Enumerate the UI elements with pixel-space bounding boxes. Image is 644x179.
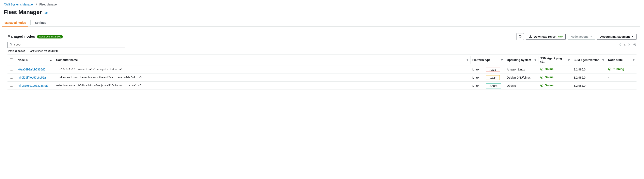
agent-version: 3.2.985.0 <box>572 65 606 73</box>
col-version-label: SSM Agent version <box>574 58 600 62</box>
col-node-id-label: Node ID <box>18 58 28 62</box>
breadcrumb-service-link[interactable]: AWS Systems Manager <box>4 3 34 6</box>
search-icon <box>10 43 12 47</box>
computer-name: ip-10-0-1-17.ca-central-1.compute.intern… <box>54 65 470 73</box>
meta-line: Total: 3 nodes Last fetched at: 2:28 PM <box>8 49 636 52</box>
page-title: Fleet Manager <box>4 9 42 15</box>
ping-status-online: Online <box>540 84 554 87</box>
col-computer-name-label: Computer name <box>56 58 78 62</box>
download-report-button[interactable]: Download report New <box>526 34 566 40</box>
panel-title: Managed nodes <box>8 34 35 39</box>
computer-name: web-instance.gh54bnc14mtufmejsbve51fv1a.… <box>54 82 470 90</box>
download-icon <box>529 35 532 38</box>
node-state: - <box>608 84 609 87</box>
col-computer-name[interactable]: Computer name▽ <box>54 55 470 65</box>
svg-line-1 <box>12 45 12 46</box>
cloud-annotation-aws: AWS <box>486 67 500 72</box>
node-id-link[interactable]: i-0aa09b3afbb5336d0 <box>18 68 45 71</box>
advanced-instances-badge: Advanced instances <box>37 35 63 38</box>
filter-icon: ▽ <box>534 59 536 61</box>
operating-system: Ubuntu <box>505 82 538 90</box>
row-checkbox[interactable] <box>10 84 13 87</box>
filter-icon: ▽ <box>568 59 570 61</box>
fetched-label: Last fetched at: <box>29 49 47 52</box>
caret-down-icon: ▼ <box>632 35 634 38</box>
col-state[interactable]: Node state▽ <box>606 55 636 65</box>
filter-icon: ▽ <box>633 59 634 61</box>
node-id-link[interactable]: mi-0f29ff40b57b8c52a <box>18 76 46 79</box>
node-state-running: Running <box>608 67 624 71</box>
operating-system: Debian GNU/Linux <box>505 73 538 82</box>
tab-bar: Managed nodes Settings <box>4 19 640 26</box>
filter-icon: ▽ <box>467 59 468 61</box>
page-prev-icon[interactable] <box>619 43 621 47</box>
tab-managed-nodes[interactable]: Managed nodes <box>4 19 27 26</box>
cloud-annotation-azure: Azure <box>486 83 501 88</box>
ping-status-online: Online <box>540 67 554 71</box>
cloud-annotation-gcp: GCP <box>486 75 500 80</box>
breadcrumb: AWS Systems Manager Fleet Manager <box>4 3 640 6</box>
download-report-label: Download report <box>534 35 556 38</box>
col-os-label: Operating System <box>507 58 531 62</box>
col-node-id[interactable]: Node ID▲ <box>16 55 54 65</box>
col-platform-type[interactable]: Platform type▽ <box>470 55 505 65</box>
computer-name: instance-1.northamerica-northeast2-a.c.e… <box>54 73 470 82</box>
pagination: 1 <box>619 43 636 47</box>
sort-asc-icon: ▲ <box>50 59 52 61</box>
table-row: mi-0f29ff40b57b8c52a instance-1.northame… <box>8 73 636 82</box>
filter-box[interactable] <box>8 42 125 48</box>
agent-version: 3.2.985.0 <box>572 82 606 90</box>
node-actions-button[interactable]: Node actions ▼ <box>568 34 595 40</box>
col-version[interactable]: SSM Agent version▽ <box>572 55 606 65</box>
page-number: 1 <box>624 43 626 47</box>
refresh-button[interactable] <box>516 33 524 40</box>
info-link[interactable]: Info <box>44 12 48 14</box>
col-ping-label: SSM Agent ping st… <box>540 57 567 63</box>
node-state: - <box>608 76 609 79</box>
agent-version: 3.2.985.0 <box>572 73 606 82</box>
node-actions-label: Node actions <box>571 35 588 38</box>
platform-type: Linux GCP <box>470 73 505 82</box>
row-checkbox[interactable] <box>10 68 13 70</box>
platform-type: Linux AWS <box>470 65 505 73</box>
total-label: Total: <box>8 49 14 52</box>
new-badge: New <box>558 35 562 38</box>
settings-gear-icon[interactable] <box>633 43 636 47</box>
breadcrumb-current: Fleet Manager <box>39 3 58 6</box>
select-all-checkbox[interactable] <box>10 58 13 61</box>
filter-input[interactable] <box>14 43 123 47</box>
table-row: i-0aa09b3afbb5336d0 ip-10-0-1-17.ca-cent… <box>8 65 636 73</box>
svg-point-2 <box>634 44 635 45</box>
table-row: mi-08598e19e632384ab web-instance.gh54bn… <box>8 82 636 90</box>
platform-type: Linux Azure <box>470 82 505 90</box>
operating-system: Amazon Linux <box>505 65 538 73</box>
filter-icon: ▽ <box>602 59 604 61</box>
total-value: 3 nodes <box>15 49 25 52</box>
filter-icon: ▽ <box>501 59 503 61</box>
col-state-label: Node state <box>608 58 623 62</box>
col-platform-type-label: Platform type <box>472 58 490 62</box>
caret-down-icon: ▼ <box>590 35 592 38</box>
account-management-label: Account management <box>600 35 630 38</box>
col-ping[interactable]: SSM Agent ping st…▽ <box>538 55 572 65</box>
node-id-link[interactable]: mi-08598e19e632384ab <box>18 84 48 87</box>
nodes-table: Node ID▲ Computer name▽ Platform type▽ O… <box>8 54 636 90</box>
chevron-right-icon <box>36 3 37 6</box>
refresh-icon <box>518 35 522 38</box>
managed-nodes-panel: Managed nodes Advanced instances Downloa… <box>4 30 640 90</box>
fetched-value: 2:28 PM <box>48 49 58 52</box>
svg-point-0 <box>10 43 12 45</box>
row-checkbox[interactable] <box>10 76 13 79</box>
col-os[interactable]: Operating System▽ <box>505 55 538 65</box>
ping-status-online: Online <box>540 76 554 79</box>
tab-settings[interactable]: Settings <box>34 19 47 26</box>
account-management-button[interactable]: Account management ▼ <box>597 34 636 40</box>
page-next-icon[interactable] <box>628 43 630 47</box>
